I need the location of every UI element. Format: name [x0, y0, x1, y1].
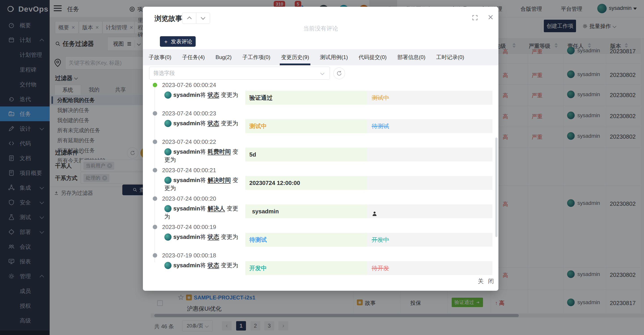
empty-comments-text: 当前没有评论: [143, 24, 498, 32]
history-entry: 2023-07-24 00:00:22 sysadmin将 耗费时间 变更为 5…: [143, 139, 494, 168]
plus-icon: ＋: [163, 38, 168, 45]
tab-substories[interactable]: 子故事(0): [149, 49, 171, 65]
avatar: [164, 120, 172, 127]
modal-tabs: 子故事(0) 子任务(4) Bug(2) 子工作项(0) 变更历史(9) 测试用…: [143, 49, 498, 65]
timeline-dot: [153, 253, 157, 258]
history-entry: 2023-07-19 00:00:18 sysadmin将 状态 变更为 开发中…: [143, 253, 494, 277]
history-entry: 2023-07-24 00:00:20 sysadmin将 解决人 变更为 sy…: [143, 196, 494, 224]
new-value: 5d: [245, 148, 367, 162]
close-modal-button[interactable]: 关 闭: [478, 277, 495, 285]
history-entry: 2023-07-26 00:00:24 sysadmin将 状态 变更为 验证通…: [143, 82, 494, 111]
timeline-dot: [153, 83, 157, 87]
post-comment-button[interactable]: ＋发表评论: [160, 36, 196, 47]
browse-story-modal: 浏览故事 当前没有评论 ＋发表评论 子故事(0) 子任务(4) Bug(2) 子…: [143, 7, 498, 291]
timeline-dot: [153, 196, 157, 201]
tab-change-history[interactable]: 变更历史(9): [281, 49, 309, 65]
avatar: [164, 205, 172, 212]
old-value: 测试中: [367, 91, 492, 105]
old-value: [367, 204, 492, 218]
old-value: 开发中: [367, 233, 492, 247]
modal-scrollbar-thumb[interactable]: [495, 138, 498, 237]
new-value: sysadmin: [245, 204, 367, 218]
new-value: 20230724 12:00:00: [245, 176, 367, 190]
modal-title: 浏览故事: [154, 14, 182, 23]
history-entry: 2023-07-24 00:00:23 sysadmin将 状态 变更为 测试中…: [143, 111, 494, 139]
fullscreen-icon[interactable]: [472, 14, 478, 21]
history-field-filter-select[interactable]: [149, 67, 330, 80]
timeline-dot: [153, 225, 157, 229]
person-icon: [372, 211, 378, 217]
chevron-up-icon: [187, 16, 192, 21]
story-navigation: [182, 12, 210, 24]
refresh-button[interactable]: [334, 68, 345, 79]
history-entry: 2023-07-24 00:00:19 sysadmin将 状态 变更为 待测试…: [143, 224, 494, 253]
tab-deploy-info[interactable]: 部署信息(0): [397, 49, 425, 65]
avatar: [164, 234, 172, 241]
timeline-dot: [153, 111, 157, 116]
app-root: DevOps 概要 计划 计划管理 里程碑 交付物 迭代 任务 设计 代: [0, 0, 644, 335]
refresh-icon: [336, 70, 342, 76]
old-value: [367, 148, 492, 162]
chevron-down-icon: [201, 15, 205, 20]
avatar: [164, 177, 172, 184]
change-history-timeline: 2023-07-26 00:00:24 sysadmin将 状态 变更为 验证通…: [143, 82, 494, 277]
prev-story-button[interactable]: [182, 12, 196, 24]
timeline-dot: [153, 140, 157, 144]
tab-subtasks[interactable]: 子任务(4): [182, 49, 204, 65]
tab-test-cases[interactable]: 测试用例(1): [320, 49, 348, 65]
avatar: [164, 262, 172, 269]
next-story-button[interactable]: [196, 12, 210, 24]
avatar: [164, 148, 172, 156]
close-icon[interactable]: [487, 14, 494, 21]
tab-bugs[interactable]: Bug(2): [216, 49, 232, 65]
tab-subworkitems[interactable]: 子工作项(0): [242, 49, 270, 65]
avatar: [164, 92, 172, 98]
new-value: 待测试: [245, 233, 367, 247]
tab-time-log[interactable]: 工时记录(0): [436, 49, 464, 65]
new-value: 开发中: [245, 261, 367, 275]
old-value: 待测试: [367, 119, 492, 133]
old-value: 待开发: [367, 261, 492, 275]
history-entry: 2023-07-24 00:00:21 sysadmin将 解决时间 变更为 2…: [143, 168, 494, 196]
old-value: [367, 176, 492, 190]
new-value: 验证通过: [245, 91, 367, 105]
timeline-dot: [153, 168, 157, 172]
new-value: 测试中: [245, 119, 367, 133]
tab-code-commits[interactable]: 代码提交(0): [359, 49, 386, 65]
